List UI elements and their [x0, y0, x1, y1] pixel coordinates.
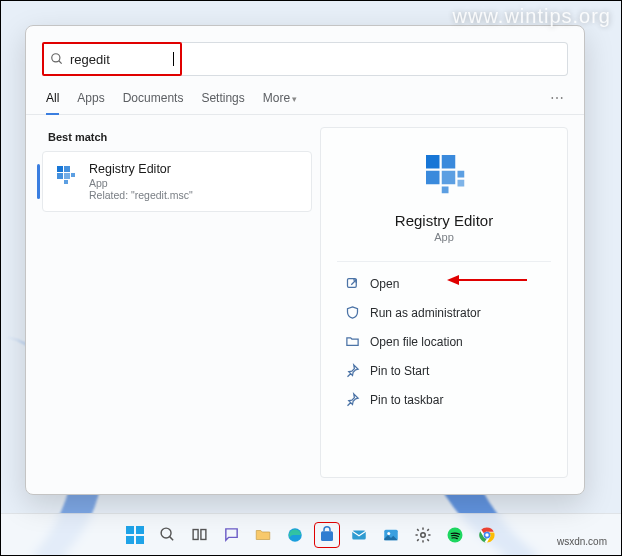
svg-rect-28 [352, 530, 366, 539]
svg-rect-11 [442, 171, 456, 185]
edge-icon[interactable] [282, 522, 308, 548]
svg-rect-18 [126, 526, 134, 534]
registry-editor-icon [53, 162, 79, 188]
action-open[interactable]: Open [337, 270, 551, 297]
svg-marker-17 [447, 275, 459, 285]
search-bar-highlight [42, 42, 182, 76]
result-title: Registry Editor [89, 162, 193, 176]
photos-icon[interactable] [378, 522, 404, 548]
result-related: Related: "regedit.msc" [89, 189, 193, 201]
best-match-label: Best match [42, 127, 312, 151]
taskbar [1, 513, 621, 555]
result-subtitle: App [89, 177, 193, 189]
search-input[interactable] [70, 52, 170, 67]
chevron-down-icon: ▾ [292, 94, 297, 104]
svg-rect-25 [200, 530, 205, 540]
svg-rect-7 [64, 180, 68, 184]
divider [337, 261, 551, 262]
tab-apps[interactable]: Apps [77, 91, 104, 113]
taskview-icon[interactable] [186, 522, 212, 548]
svg-rect-14 [442, 187, 449, 194]
action-label: Pin to taskbar [370, 393, 443, 407]
tab-settings[interactable]: Settings [201, 91, 244, 113]
overflow-menu[interactable]: ⋯ [550, 90, 564, 114]
svg-point-35 [485, 533, 488, 536]
settings-icon[interactable] [410, 522, 436, 548]
svg-rect-3 [64, 166, 70, 172]
shield-icon [345, 305, 360, 320]
text-caret [173, 52, 174, 66]
action-pin-to-taskbar[interactable]: Pin to taskbar [337, 386, 551, 413]
svg-rect-12 [458, 171, 465, 178]
svg-rect-8 [426, 155, 440, 169]
svg-line-1 [59, 61, 62, 64]
action-label: Pin to Start [370, 364, 429, 378]
svg-rect-19 [136, 526, 144, 534]
action-open-file-location[interactable]: Open file location [337, 328, 551, 355]
annotation-arrow [447, 275, 527, 285]
svg-rect-5 [64, 173, 70, 179]
filter-tabs: All Apps Documents Settings More▾ ⋯ [26, 76, 584, 115]
action-run-as-admin[interactable]: Run as administrator [337, 299, 551, 326]
action-pin-to-start[interactable]: Pin to Start [337, 357, 551, 384]
registry-editor-hero-icon [417, 146, 471, 200]
watermark-top: www.wintips.org [453, 5, 611, 28]
action-label: Open file location [370, 335, 463, 349]
result-registry-editor[interactable]: Registry Editor App Related: "regedit.ms… [42, 151, 312, 212]
chat-icon[interactable] [218, 522, 244, 548]
detail-subtitle: App [434, 231, 454, 243]
start-icon[interactable] [122, 522, 148, 548]
pin-icon [345, 392, 360, 407]
action-label: Run as administrator [370, 306, 481, 320]
tab-all[interactable]: All [46, 91, 59, 115]
svg-rect-24 [193, 530, 198, 540]
search-icon [50, 52, 64, 66]
svg-rect-20 [126, 536, 134, 544]
svg-point-31 [421, 532, 426, 537]
store-icon[interactable] [314, 522, 340, 548]
svg-point-0 [52, 54, 60, 62]
svg-rect-4 [57, 173, 63, 179]
action-label: Open [370, 277, 399, 291]
svg-rect-6 [71, 173, 75, 177]
svg-rect-10 [426, 171, 440, 185]
open-icon [345, 276, 360, 291]
svg-rect-21 [136, 536, 144, 544]
detail-title: Registry Editor [395, 212, 493, 229]
svg-point-22 [161, 528, 171, 538]
tab-documents[interactable]: Documents [123, 91, 184, 113]
detail-pane: Registry Editor App Open Run as administ… [320, 127, 568, 478]
mail-icon[interactable] [346, 522, 372, 548]
svg-line-23 [169, 537, 173, 541]
folder-icon [345, 334, 360, 349]
tab-more[interactable]: More▾ [263, 91, 297, 113]
explorer-icon[interactable] [250, 522, 276, 548]
start-search-panel: All Apps Documents Settings More▾ ⋯ Best… [25, 25, 585, 495]
svg-rect-2 [57, 166, 63, 172]
spotify-icon[interactable] [442, 522, 468, 548]
search-bar-background[interactable] [181, 42, 568, 76]
watermark-bottom: wsxdn.com [557, 536, 607, 547]
search-icon[interactable] [154, 522, 180, 548]
svg-rect-13 [458, 180, 465, 187]
chrome-icon[interactable] [474, 522, 500, 548]
svg-rect-9 [442, 155, 456, 169]
svg-rect-27 [321, 531, 333, 541]
pin-icon [345, 363, 360, 378]
svg-point-30 [387, 532, 390, 535]
